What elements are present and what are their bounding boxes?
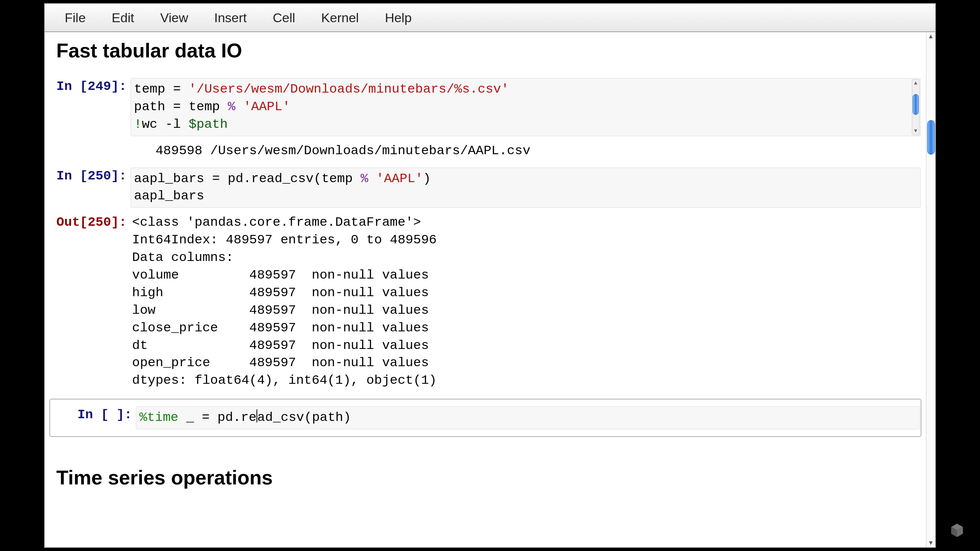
code-text: temp = — [134, 82, 189, 96]
output-cell-249: 489598 /Users/wesm/Downloads/minutebars/… — [45, 137, 926, 167]
code-operator: % — [228, 99, 235, 114]
out-prompt-250: Out[250]: — [50, 214, 131, 231]
heading-time-series-ops: Time series operations — [45, 439, 926, 504]
code-magic: %time — [139, 410, 178, 425]
in-prompt-active: In [ ]: — [56, 406, 136, 424]
page-scrollbar[interactable]: ▲ ▼ — [926, 32, 935, 547]
notebook-scroll[interactable]: Fast tabular data IO In [249]: temp = '/… — [45, 32, 926, 547]
code-text: ad_csv(path) — [257, 410, 351, 425]
code-text: wc -l — [142, 117, 188, 132]
code-input-active[interactable]: %time _ = pd.read_csv(path) — [136, 406, 920, 429]
menu-cell[interactable]: Cell — [260, 7, 309, 28]
scroll-up-icon[interactable]: ▲ — [912, 80, 919, 86]
scroll-thumb[interactable] — [927, 120, 935, 155]
menu-bar: File Edit View Insert Cell Kernel Help — [45, 4, 935, 32]
menu-view[interactable]: View — [147, 7, 201, 28]
code-string: '/Users/wesm/Downloads/minutebars/%s.csv… — [189, 82, 509, 96]
code-text: aapl_bars = pd.read_csv(temp — [134, 171, 361, 186]
shell-bang: ! — [134, 117, 142, 132]
output-text-250: <class 'pandas.core.frame.DataFrame'> In… — [131, 214, 921, 390]
scroll-down-icon[interactable]: ▼ — [912, 128, 919, 135]
notebook-area: Fast tabular data IO In [249]: temp = '/… — [45, 32, 935, 547]
menu-edit[interactable]: Edit — [99, 7, 147, 28]
cell-scrollbar[interactable]: ▲▼ — [912, 79, 920, 135]
heading-fast-tabular-io: Fast tabular data IO — [45, 32, 926, 77]
code-cell-249[interactable]: In [249]: temp = '/Users/wesm/Downloads/… — [45, 77, 926, 137]
code-text — [235, 99, 243, 114]
code-string: 'AAPL' — [376, 171, 423, 186]
jupyter-window: File Edit View Insert Cell Kernel Help F… — [45, 4, 935, 547]
in-prompt-249: In [249]: — [50, 78, 131, 96]
output-cell-250: Out[250]: <class 'pandas.core.frame.Data… — [45, 209, 926, 396]
scroll-thumb[interactable] — [913, 94, 919, 115]
code-text: aapl_bars — [134, 189, 204, 203]
code-string: 'AAPL' — [243, 99, 290, 114]
menu-help[interactable]: Help — [372, 7, 425, 28]
code-input-249[interactable]: temp = '/Users/wesm/Downloads/minutebars… — [131, 78, 921, 136]
code-operator: % — [361, 171, 368, 186]
code-text: ) — [423, 171, 431, 186]
code-text: _ = pd.re — [178, 410, 256, 425]
code-cell-250[interactable]: In [250]: aapl_bars = pd.read_csv(temp %… — [45, 167, 926, 209]
shell-var: $path — [189, 117, 228, 132]
scroll-down-icon[interactable]: ▼ — [926, 539, 935, 547]
code-input-250[interactable]: aapl_bars = pd.read_csv(temp % 'AAPL') a… — [131, 168, 921, 208]
code-text: path = temp — [134, 99, 228, 114]
scroll-up-icon[interactable]: ▲ — [926, 32, 935, 41]
menu-kernel[interactable]: Kernel — [308, 7, 372, 28]
menu-insert[interactable]: Insert — [201, 7, 260, 28]
code-cell-active[interactable]: In [ ]: %time _ = pd.read_csv(path) — [49, 399, 921, 437]
code-text — [368, 171, 376, 186]
in-prompt-250: In [250]: — [50, 168, 131, 185]
menu-file[interactable]: File — [52, 7, 99, 28]
output-text-249: 489598 /Users/wesm/Downloads/minutebars/… — [131, 142, 921, 160]
watermark-cube-icon — [949, 522, 965, 539]
